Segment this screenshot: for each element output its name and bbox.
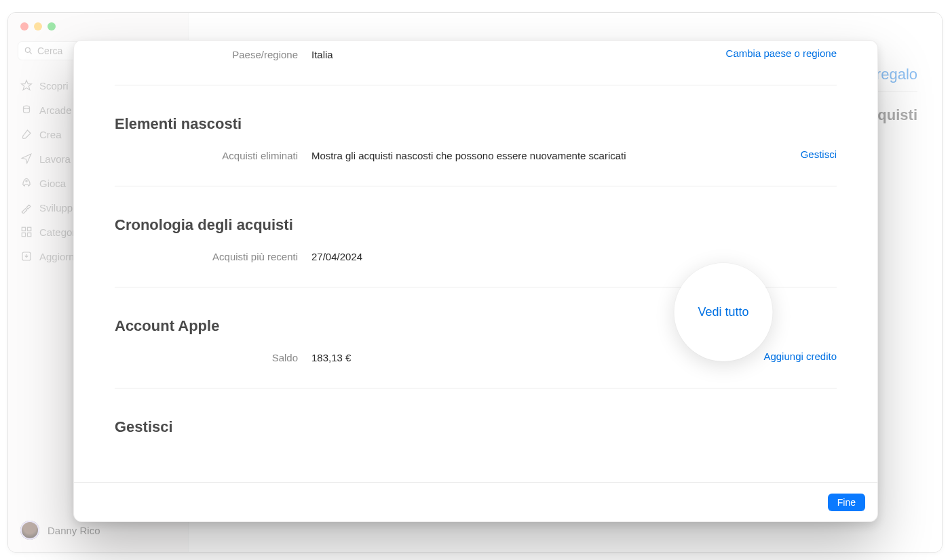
removed-purchases-row: Acquisti eliminati Mostra gli acquisti n… bbox=[115, 145, 837, 167]
fullscreen-window-button[interactable] bbox=[48, 22, 56, 31]
most-recent-date: 27/04/2024 bbox=[311, 249, 637, 264]
arcade-icon bbox=[20, 104, 33, 116]
modal-body: Paese/regione Italia Cambia paese o regi… bbox=[74, 41, 877, 482]
done-button[interactable]: Fine bbox=[828, 494, 865, 511]
change-country-link[interactable]: Cambia paese o regione bbox=[726, 47, 837, 59]
sidebar-item-label: Scopri bbox=[39, 80, 69, 92]
purchase-history-title: Cronologia degli acquisti bbox=[115, 216, 837, 234]
add-credit-link[interactable]: Aggiungi credito bbox=[763, 351, 837, 362]
account-settings-modal: Paese/regione Italia Cambia paese o regi… bbox=[73, 40, 878, 522]
svg-rect-5 bbox=[22, 227, 25, 231]
minimize-window-button[interactable] bbox=[34, 22, 42, 31]
sidebar-item-label: Crea bbox=[39, 129, 62, 140]
gift-link[interactable]: regalo bbox=[876, 66, 917, 83]
separator bbox=[115, 186, 837, 186]
svg-rect-7 bbox=[22, 233, 25, 237]
separator bbox=[115, 85, 837, 85]
svg-rect-8 bbox=[28, 233, 31, 237]
brush-icon bbox=[20, 128, 33, 140]
balance-value: 183,13 € bbox=[311, 351, 637, 365]
paperplane-icon bbox=[20, 153, 33, 165]
svg-point-0 bbox=[25, 47, 30, 52]
close-window-button[interactable] bbox=[20, 22, 28, 31]
avatar bbox=[20, 521, 39, 540]
star-icon bbox=[20, 79, 33, 92]
balance-label: Saldo bbox=[115, 351, 311, 365]
manage-hidden-link[interactable]: Gestisci bbox=[801, 148, 837, 160]
svg-point-3 bbox=[24, 106, 30, 109]
hidden-items-title: Elementi nascosti bbox=[115, 115, 837, 133]
search-placeholder: Cerca bbox=[37, 45, 62, 56]
sidebar-item-label: Lavora bbox=[39, 153, 71, 165]
manage-title: Gestisci bbox=[115, 418, 837, 436]
svg-rect-6 bbox=[28, 227, 31, 231]
removed-purchases-desc: Mostra gli acquisti nascosti che possono… bbox=[311, 148, 637, 163]
country-region-row: Paese/regione Italia Cambia paese o regi… bbox=[115, 41, 837, 66]
sidebar-item-label: Gioca bbox=[39, 178, 66, 189]
country-region-value: Italia bbox=[311, 47, 637, 62]
most-recent-label: Acquisti più recenti bbox=[115, 249, 311, 264]
modal-footer: Fine bbox=[74, 482, 877, 521]
search-icon bbox=[24, 46, 33, 56]
download-icon bbox=[20, 250, 33, 262]
window-controls bbox=[8, 13, 188, 36]
country-region-label: Paese/regione bbox=[115, 47, 311, 62]
svg-point-4 bbox=[26, 180, 27, 182]
grid-icon bbox=[20, 226, 33, 238]
hammer-icon bbox=[20, 201, 33, 214]
rocket-icon bbox=[20, 177, 33, 189]
see-all-link[interactable]: Vedi tutto bbox=[698, 305, 748, 319]
removed-purchases-label: Acquisti eliminati bbox=[115, 148, 311, 163]
separator bbox=[115, 388, 837, 388]
highlight-magnifier: Vedi tutto bbox=[674, 263, 773, 361]
sidebar-item-label: Sviluppa bbox=[39, 202, 79, 214]
sidebar-item-label: Arcade bbox=[39, 104, 72, 116]
user-name: Danny Rico bbox=[48, 525, 100, 536]
svg-line-1 bbox=[29, 52, 31, 54]
svg-marker-2 bbox=[22, 81, 32, 90]
